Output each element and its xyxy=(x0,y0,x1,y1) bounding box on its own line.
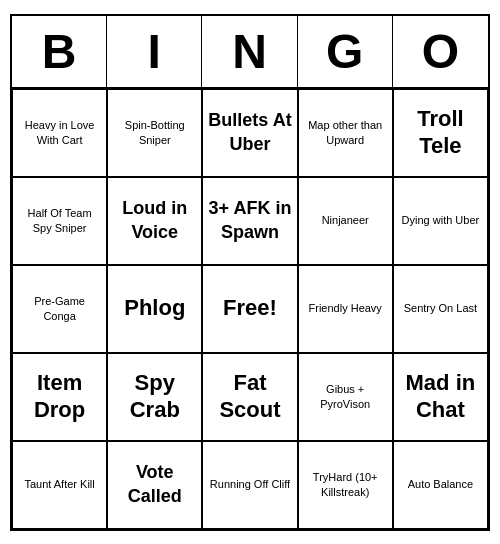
bingo-cell-3: Map other than Upward xyxy=(298,89,393,177)
bingo-cell-1: Spin-Botting Sniper xyxy=(107,89,202,177)
header-letter-n: N xyxy=(202,16,297,87)
bingo-cell-18: Gibus + PyroVison xyxy=(298,353,393,441)
bingo-cell-4: Troll Tele xyxy=(393,89,488,177)
bingo-cell-19: Mad in Chat xyxy=(393,353,488,441)
header-letter-b: B xyxy=(12,16,107,87)
bingo-cell-23: TryHard (10+ Killstreak) xyxy=(298,441,393,529)
bingo-cell-20: Taunt After Kill xyxy=(12,441,107,529)
bingo-cell-9: Dying with Uber xyxy=(393,177,488,265)
bingo-cell-21: Vote Called xyxy=(107,441,202,529)
bingo-cell-7: 3+ AFK in Spawn xyxy=(202,177,297,265)
bingo-cell-22: Running Off Cliff xyxy=(202,441,297,529)
header-letter-o: O xyxy=(393,16,488,87)
header-letter-i: I xyxy=(107,16,202,87)
bingo-cell-11: Phlog xyxy=(107,265,202,353)
bingo-cell-6: Loud in Voice xyxy=(107,177,202,265)
header-letter-g: G xyxy=(298,16,393,87)
bingo-cell-24: Auto Balance xyxy=(393,441,488,529)
bingo-cell-5: Half Of Team Spy Sniper xyxy=(12,177,107,265)
bingo-header: BINGO xyxy=(12,16,488,89)
bingo-cell-2: Bullets At Uber xyxy=(202,89,297,177)
bingo-cell-16: Spy Crab xyxy=(107,353,202,441)
bingo-card: BINGO Heavy in Love With CartSpin-Bottin… xyxy=(10,14,490,531)
bingo-cell-17: Fat Scout xyxy=(202,353,297,441)
bingo-cell-0: Heavy in Love With Cart xyxy=(12,89,107,177)
bingo-cell-10: Pre-Game Conga xyxy=(12,265,107,353)
bingo-cell-8: Ninjaneer xyxy=(298,177,393,265)
bingo-cell-15: Item Drop xyxy=(12,353,107,441)
bingo-cell-12: Free! xyxy=(202,265,297,353)
bingo-grid: Heavy in Love With CartSpin-Botting Snip… xyxy=(12,89,488,529)
bingo-cell-14: Sentry On Last xyxy=(393,265,488,353)
bingo-cell-13: Friendly Heavy xyxy=(298,265,393,353)
